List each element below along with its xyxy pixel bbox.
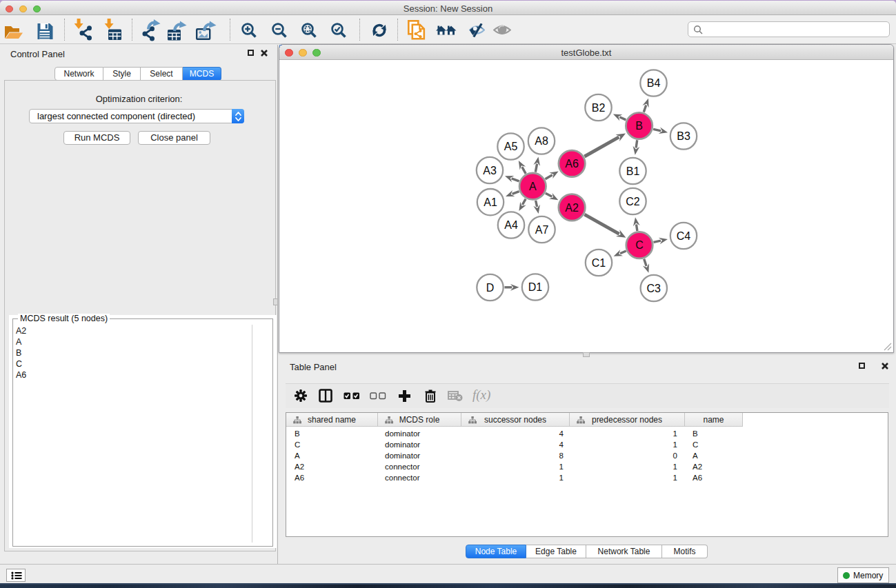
svg-text:B3: B3 <box>677 130 690 142</box>
svg-text:C2: C2 <box>626 196 640 207</box>
svg-text:A1: A1 <box>484 196 497 208</box>
svg-text:B2: B2 <box>592 102 606 114</box>
svg-text:A7: A7 <box>535 224 549 236</box>
svg-text:C3: C3 <box>647 283 661 294</box>
svg-text:B1: B1 <box>626 165 640 177</box>
svg-text:C4: C4 <box>677 230 691 242</box>
svg-text:A5: A5 <box>504 141 518 152</box>
svg-text:D1: D1 <box>528 281 543 293</box>
svg-text:B: B <box>635 120 643 132</box>
svg-text:A6: A6 <box>565 158 579 170</box>
svg-text:A8: A8 <box>535 135 548 147</box>
svg-text:C: C <box>635 239 644 251</box>
svg-text:D: D <box>486 282 495 294</box>
svg-text:A2: A2 <box>565 202 579 214</box>
svg-text:A3: A3 <box>483 165 497 176</box>
svg-text:B4: B4 <box>647 77 661 89</box>
svg-text:C1: C1 <box>592 257 606 269</box>
svg-text:A4: A4 <box>504 219 518 231</box>
svg-text:A: A <box>529 181 537 192</box>
